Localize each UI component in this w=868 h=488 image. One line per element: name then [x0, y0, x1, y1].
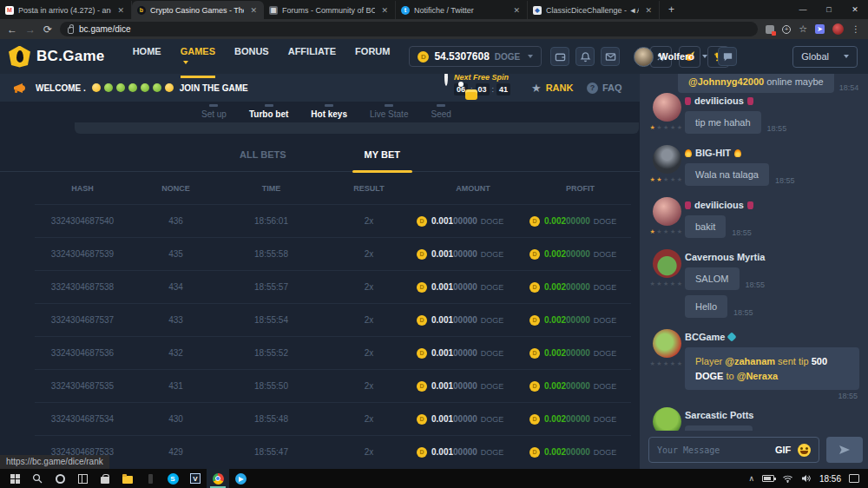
forward-button[interactable]: → — [25, 23, 36, 36]
action-center-icon[interactable] — [849, 474, 859, 483]
browser-profile-avatar[interactable] — [832, 23, 844, 35]
minimize-button[interactable]: — — [790, 0, 816, 19]
chat-username[interactable]: devilicious — [685, 200, 859, 210]
wifi-icon[interactable] — [782, 474, 793, 483]
nav-bonus[interactable]: BONUS — [234, 35, 269, 78]
tab-all-bets[interactable]: ALL BETS — [227, 149, 299, 171]
task-view-button[interactable] — [71, 469, 94, 488]
table-row[interactable]: 3324304687535 431 18:55:50 2x 0.00100000… — [35, 369, 631, 402]
chat-toggle-button[interactable] — [718, 47, 737, 66]
extension-badge-icon[interactable] — [766, 25, 774, 34]
table-row[interactable]: 3324304687540 436 18:56:01 2x 0.00100000… — [35, 204, 631, 237]
wallet-button[interactable] — [550, 47, 569, 66]
close-tab-icon[interactable]: ✕ — [115, 6, 126, 15]
balance-selector[interactable]: 54.5307608 DOGE — [409, 46, 542, 67]
balance-currency: DOGE — [495, 52, 520, 62]
balance-amount: 54.5307608 — [434, 50, 489, 63]
hot-keys-button[interactable]: Hot keys — [311, 106, 347, 119]
tray-expand-icon[interactable]: ∧ — [748, 474, 754, 483]
join-the-game-text[interactable]: JOIN THE GAME — [180, 83, 248, 93]
avatar[interactable] — [653, 249, 681, 278]
nav-home[interactable]: HOME — [133, 35, 161, 78]
extension-target-icon[interactable]: + — [782, 25, 791, 34]
live-state-button[interactable]: Live State — [370, 106, 408, 119]
mention[interactable]: @Neraxa — [737, 371, 778, 381]
cortana-button[interactable] — [49, 469, 71, 488]
nav-affiliate[interactable]: AFFILIATE — [288, 35, 336, 78]
maximize-button[interactable]: □ — [816, 0, 842, 19]
table-row[interactable]: 3324304687534 430 18:55:48 2x 0.00100000… — [35, 402, 631, 435]
chat-username[interactable]: Cavernous Myrtia — [685, 252, 859, 262]
chat-username[interactable]: BIG-HIT — [685, 148, 859, 158]
tab-bcgame-active[interactable]: b Crypto Casino Games - The 8 Be ✕ — [132, 1, 264, 19]
telegram-button[interactable] — [229, 469, 252, 488]
tab-dicechallenge[interactable]: ◆ ClassicDiceChallenge - ◄Annou ✕ — [528, 1, 660, 19]
tab-forums[interactable]: ▤ Forums - Community of BC.Gam ✕ — [264, 1, 396, 19]
speaker-icon[interactable] — [801, 474, 812, 483]
page: BC.Game HOME GAMES BONUS AFFILIATE FORUM… — [0, 39, 868, 469]
tab-twitter[interactable]: t Notifiche / Twitter ✕ — [396, 1, 528, 19]
start-button[interactable] — [3, 469, 26, 488]
rank-button[interactable]: ★ RANK — [531, 82, 573, 95]
mention[interactable]: @zahanam — [725, 356, 775, 366]
tab-gmail[interactable]: M Posta in arrivo (4.272) - andreaja ✕ — [0, 1, 132, 19]
nav-games[interactable]: GAMES — [181, 35, 215, 78]
table-row[interactable]: 3324304687539 435 18:55:58 2x 0.00100000… — [35, 237, 631, 270]
avatar[interactable] — [653, 93, 681, 122]
avatar[interactable] — [653, 329, 681, 358]
chat-username[interactable]: BCGame — [685, 332, 859, 342]
bet-result: 2x — [321, 249, 417, 259]
faq-button[interactable]: ? FAQ — [587, 82, 622, 94]
avatar[interactable] — [653, 145, 681, 174]
table-row[interactable]: 3324304687533 429 18:55:47 2x 0.00100000… — [35, 435, 631, 468]
nav-forum[interactable]: FORUM — [355, 35, 390, 78]
clock[interactable]: 18:56 — [819, 474, 841, 484]
pinned-app-button[interactable] — [139, 469, 161, 488]
chat-username[interactable]: devilicious — [685, 96, 859, 106]
send-message-button[interactable] — [826, 437, 863, 463]
close-window-button[interactable]: ✕ — [842, 0, 868, 19]
message-time: 18:55 — [685, 392, 858, 401]
avatar[interactable] — [653, 407, 681, 431]
chrome-taskbar-button[interactable] — [207, 469, 229, 488]
bookmark-star-icon[interactable]: ☆ — [799, 23, 807, 35]
chat-channel-select[interactable]: Global — [792, 46, 858, 68]
skype-button[interactable]: S — [161, 469, 184, 488]
user-menu[interactable]: Wolfero — [634, 47, 707, 67]
table-row[interactable]: 3324304687537 433 18:55:54 2x 0.00100000… — [35, 303, 631, 336]
search-button[interactable] — [26, 469, 49, 488]
messages-button[interactable] — [601, 47, 620, 66]
close-tab-icon[interactable]: ✕ — [248, 6, 259, 15]
v-app-button[interactable]: V — [184, 469, 207, 488]
avatar[interactable] — [653, 197, 681, 226]
gif-button[interactable]: GIF — [775, 445, 791, 455]
seed-button[interactable]: Seed — [431, 106, 450, 119]
bet-time: 18:55:47 — [221, 447, 321, 457]
new-tab-button[interactable]: + — [660, 1, 683, 19]
close-tab-icon[interactable]: ✕ — [511, 6, 522, 15]
back-button[interactable]: ← — [7, 23, 17, 36]
close-tab-icon[interactable]: ✕ — [643, 6, 654, 15]
notifications-button[interactable] — [575, 47, 595, 66]
chat-message-input[interactable] — [657, 445, 768, 455]
emoji-picker-icon[interactable] — [798, 444, 811, 457]
v-app-icon: V — [190, 473, 201, 484]
reload-button[interactable]: ⟳ — [43, 23, 52, 36]
telegram-icon — [235, 473, 247, 485]
close-tab-icon[interactable]: ✕ — [379, 6, 390, 15]
store-button[interactable] — [94, 469, 116, 488]
column-nonce: NONCE — [130, 184, 221, 193]
turbo-bet-button[interactable]: Turbo bet — [249, 106, 288, 119]
table-row[interactable]: 3324304687536 432 18:55:52 2x 0.00100000… — [35, 336, 631, 369]
extension-cursor-icon[interactable]: ➤ — [815, 24, 825, 34]
table-row[interactable]: 3324304687538 434 18:55:57 2x 0.00100000… — [35, 270, 631, 303]
battery-icon[interactable] — [762, 475, 774, 482]
chat-username[interactable]: Sarcastic Potts — [685, 410, 859, 420]
doge-coin-icon — [529, 249, 540, 260]
bcgame-logo[interactable]: BC.Game — [9, 46, 105, 68]
tab-my-bet[interactable]: MY BET — [352, 149, 412, 171]
screen: M Posta in arrivo (4.272) - andreaja ✕ b… — [0, 0, 868, 488]
browser-menu-icon[interactable]: ⋮ — [852, 24, 861, 34]
setup-button[interactable]: Set up — [201, 106, 227, 119]
file-explorer-button[interactable] — [116, 469, 139, 488]
